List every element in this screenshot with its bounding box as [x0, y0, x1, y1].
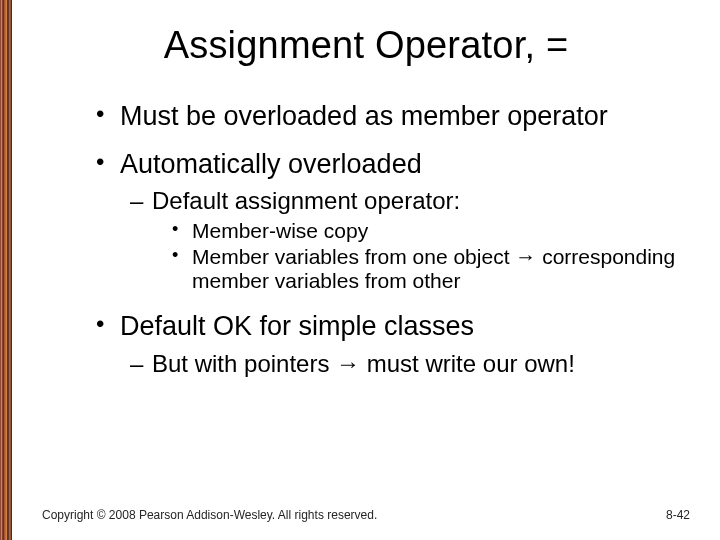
arrow-icon: →	[515, 245, 536, 268]
page-number: 8-42	[666, 508, 690, 522]
sub-sub-bullet-list: Member-wise copy Member variables from o…	[172, 219, 680, 293]
sub-bullet-item: But with pointers → must write our own!	[130, 350, 680, 378]
sub-bullet-list: Default assignment operator: Member-wise…	[130, 187, 680, 293]
bullet-item: Must be overloaded as member operator	[96, 101, 680, 131]
slide-body: Assignment Operator, = Must be overloade…	[12, 0, 720, 540]
bullet-text: Member variables from one object	[192, 245, 515, 268]
slide-title: Assignment Operator, =	[12, 24, 720, 67]
sub-bullet-list: But with pointers → must write our own!	[130, 350, 680, 378]
bullet-item: Default OK for simple classes But with p…	[96, 311, 680, 377]
decorative-stripe	[0, 0, 12, 540]
sub-bullet-item: Default assignment operator: Member-wise…	[130, 187, 680, 293]
bullet-text: But with pointers	[152, 350, 336, 377]
bullet-text: must write our own!	[360, 350, 575, 377]
bullet-text: Default assignment operator:	[152, 187, 460, 214]
arrow-icon: →	[336, 350, 360, 377]
slide-content: Must be overloaded as member operator Au…	[12, 101, 720, 377]
sub-sub-bullet-item: Member variables from one object → corre…	[172, 245, 680, 293]
sub-sub-bullet-item: Member-wise copy	[172, 219, 680, 243]
bullet-text: Member-wise copy	[192, 219, 368, 242]
slide-footer: Copyright © 2008 Pearson Addison-Wesley.…	[42, 508, 690, 522]
bullet-item: Automatically overloaded Default assignm…	[96, 149, 680, 293]
bullet-text: Must be overloaded as member operator	[120, 101, 608, 131]
copyright-text: Copyright © 2008 Pearson Addison-Wesley.…	[42, 508, 377, 522]
bullet-text: Default OK for simple classes	[120, 311, 474, 341]
bullet-list: Must be overloaded as member operator Au…	[96, 101, 680, 377]
bullet-text: Automatically overloaded	[120, 149, 422, 179]
